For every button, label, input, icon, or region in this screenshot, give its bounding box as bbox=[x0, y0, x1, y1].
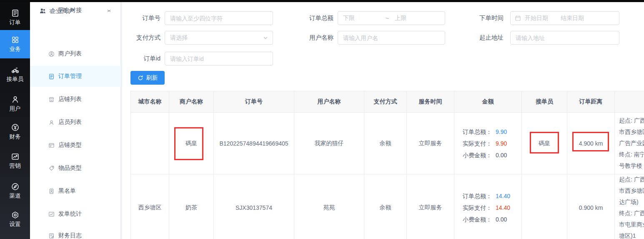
col-header-amount: 金额 bbox=[454, 91, 522, 113]
end-date-placeholder: 结束日期 bbox=[561, 15, 584, 22]
dispatch-stats-icon bbox=[48, 211, 55, 217]
col-header-service-time: 服务时间 bbox=[407, 91, 454, 113]
col-header-user: 用户名称 bbox=[294, 91, 364, 113]
pay-method-placeholder: 请选择 bbox=[170, 34, 188, 42]
submenu-item-label: 财务日志 bbox=[58, 232, 82, 239]
submenu-item-finance-log[interactable]: 财务日志 bbox=[30, 225, 121, 239]
submenu-item-shop-list[interactable]: 店铺列表 bbox=[30, 89, 121, 110]
nav-item-couriers[interactable]: 接单员 bbox=[0, 64, 30, 90]
amount-total-label: 订单总额： bbox=[456, 190, 492, 202]
icon-sidebar: 订单 业务 接单员 用户 财务 营销 渠道 设置 bbox=[0, 0, 30, 239]
address-label: 起止地址 bbox=[466, 31, 504, 45]
nav-item-label: 业务 bbox=[10, 45, 21, 53]
submenu-item-label: 店铺列表 bbox=[58, 96, 82, 103]
cell-address: 起点: 广西 市西乡塘区 达广场) 终点: 广西 市屯里商业 塘区)1 bbox=[615, 174, 644, 239]
cell-city: 西乡塘区 bbox=[131, 174, 169, 239]
user-name-input[interactable] bbox=[338, 31, 445, 45]
main-content: 订单号 支付方式 请选择 订单id 订单总额 下限 ~ 上限 用户名称 下单时间… bbox=[121, 2, 644, 239]
orders-table: 城市名称 商户名称 订单号 用户名称 支付方式 服务时间 金额 接单员 订单距离… bbox=[130, 91, 644, 239]
col-header-distance: 订单距离 bbox=[567, 91, 615, 113]
table-header-row: 城市名称 商户名称 订单号 用户名称 支付方式 服务时间 金额 接单员 订单距离 bbox=[131, 91, 644, 113]
amount-total-label: 订单总额： bbox=[456, 126, 492, 138]
amount-tip-value: 0.00 bbox=[492, 214, 517, 225]
order-total-min-placeholder: 下限 bbox=[343, 15, 386, 22]
amount-paid-label: 实际支付： bbox=[456, 202, 492, 214]
submenu-item-label: 商户列表 bbox=[58, 50, 82, 58]
submenu-item-platform-link[interactable]: 平台对接 bbox=[30, 0, 121, 21]
amount-tip-label: 小费金额： bbox=[456, 149, 492, 161]
cell-user: 苑苑 bbox=[294, 174, 364, 239]
submenu-item-item-type[interactable]: 物品类型 bbox=[30, 158, 121, 179]
cell-service-time: 立即服务 bbox=[407, 174, 454, 239]
nav-item-label: 设置 bbox=[10, 221, 21, 228]
platform-link-icon bbox=[48, 8, 55, 14]
cell-merchant: 奶茶 bbox=[169, 174, 214, 239]
nav-item-channels[interactable]: 渠道 bbox=[0, 181, 30, 206]
shop-type-icon bbox=[48, 142, 55, 148]
annotation-box-courier bbox=[530, 132, 559, 153]
nav-item-label: 订单 bbox=[10, 19, 21, 26]
order-no-input[interactable] bbox=[165, 11, 273, 25]
amount-paid-value: 9.90 bbox=[492, 138, 517, 149]
nav-item-finance[interactable]: 财务 bbox=[0, 121, 30, 147]
blacklist-icon bbox=[48, 188, 55, 194]
nav-item-business[interactable]: 业务 bbox=[0, 30, 30, 58]
amount-tip-value: 0.00 bbox=[492, 149, 517, 161]
refresh-icon bbox=[138, 75, 143, 81]
submenu-item-dispatch-stats[interactable]: 发单统计 bbox=[30, 204, 121, 224]
calendar-icon bbox=[515, 15, 521, 21]
table-row: 西乡塘区 奶茶 SJX30137574 苑苑 余额 立即服务 订单总额：14.4… bbox=[131, 174, 644, 239]
col-header-courier: 接单员 bbox=[522, 91, 567, 113]
submenu-item-shop-type[interactable]: 店铺类型 bbox=[30, 135, 121, 156]
address-input[interactable] bbox=[510, 31, 619, 45]
amount-paid-label: 实际支付： bbox=[456, 138, 492, 149]
cell-amount: 订单总额：9.90 实际支付：9.90 小费金额：0.00 bbox=[454, 113, 522, 174]
nav-item-users[interactable]: 用户 bbox=[0, 93, 30, 119]
cell-pay-method: 余额 bbox=[364, 174, 407, 239]
order-total-range[interactable]: 下限 ~ 上限 bbox=[338, 11, 445, 25]
order-time-range-picker[interactable]: 开始日期 结束日期 bbox=[510, 11, 619, 25]
cell-pay-method: 余额 bbox=[364, 113, 407, 174]
refresh-button[interactable]: 刷新 bbox=[130, 71, 165, 85]
submenu-item-label: 店铺类型 bbox=[58, 141, 82, 149]
address-line: 塘区)1 bbox=[619, 230, 636, 239]
marketing-chart-icon bbox=[11, 153, 19, 161]
nav-item-label: 财务 bbox=[10, 133, 21, 141]
submenu-item-merchant-list[interactable]: 商户列表 bbox=[30, 43, 121, 64]
order-doc-icon bbox=[11, 9, 19, 17]
finance-log-icon bbox=[48, 233, 55, 239]
submenu-item-order-management[interactable]: 订单管理 bbox=[30, 66, 121, 87]
nav-item-orders[interactable]: 订单 bbox=[0, 7, 30, 33]
amount-paid-value: 14.40 bbox=[492, 202, 517, 214]
submenu-item-blacklist[interactable]: 黑名单 bbox=[30, 181, 121, 201]
user-icon bbox=[11, 96, 19, 103]
submenu-item-label: 订单管理 bbox=[58, 73, 82, 80]
col-header-merchant: 商户名称 bbox=[169, 91, 214, 113]
finance-coin-icon bbox=[11, 123, 19, 131]
amount-tip-label: 小费金额： bbox=[456, 214, 492, 225]
table-row: 碼皇 B12022574894419669405 我家的猫仔 余额 立即服务 订… bbox=[131, 113, 644, 174]
chevron-down-icon bbox=[263, 35, 268, 41]
content-divider bbox=[121, 2, 122, 239]
cell-distance: 0.900 km bbox=[567, 174, 615, 239]
order-manage-icon bbox=[48, 73, 55, 80]
submenu-item-clerk-list[interactable]: 店员列表 bbox=[30, 112, 121, 133]
start-date-placeholder: 开始日期 bbox=[525, 15, 548, 22]
address-line: 起点: 广西 bbox=[619, 115, 644, 126]
address-line: 广告产业园 bbox=[619, 138, 644, 149]
address-line: 号教学楼 bbox=[619, 160, 642, 171]
pay-method-select[interactable]: 请选择 bbox=[165, 31, 273, 45]
cell-user: 我家的猫仔 bbox=[294, 113, 364, 174]
pay-method-label: 支付方式 bbox=[126, 31, 160, 45]
col-header-address bbox=[615, 91, 644, 113]
courier-bike-icon bbox=[11, 66, 19, 74]
amount-total-value: 9.90 bbox=[492, 126, 517, 138]
order-id-label: 订单id bbox=[126, 52, 160, 65]
address-line: 起点: 广西 bbox=[619, 174, 644, 185]
chevron-down-icon bbox=[106, 8, 112, 13]
nav-item-settings[interactable]: 设置 bbox=[0, 209, 30, 235]
address-line: 市屯里商业 bbox=[619, 219, 644, 230]
col-header-order-no: 订单号 bbox=[214, 91, 294, 113]
order-id-input[interactable] bbox=[165, 52, 273, 65]
nav-item-marketing[interactable]: 营销 bbox=[0, 151, 30, 176]
